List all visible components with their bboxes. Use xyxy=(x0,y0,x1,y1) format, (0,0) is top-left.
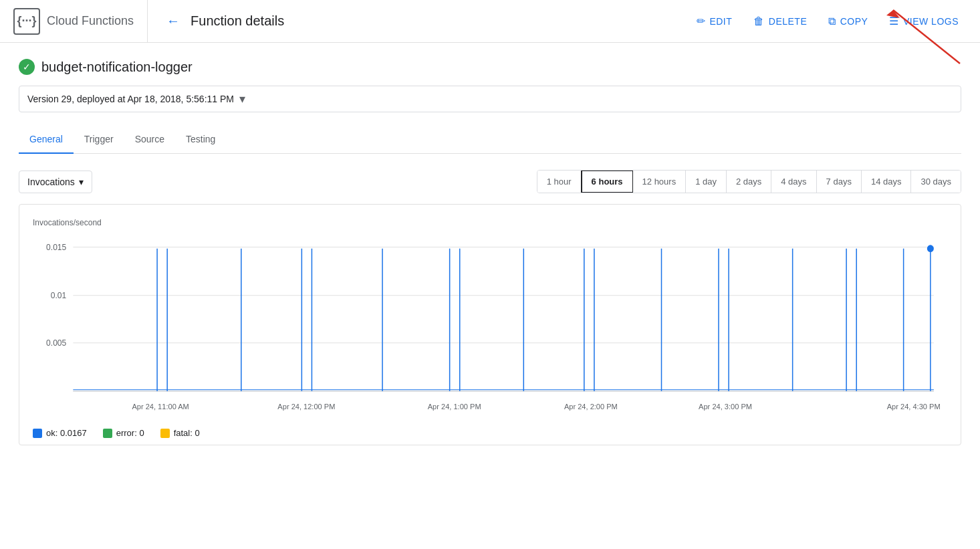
legend-error-label: error: 0 xyxy=(116,428,144,438)
y-axis-label: Invocations/second xyxy=(33,218,947,227)
svg-text:0.01: 0.01 xyxy=(51,291,67,300)
function-header: ✓ budget-notification-logger xyxy=(19,59,961,75)
chart-section: Invocations ▾ 1 hour 6 hours 12 hours 1 … xyxy=(19,170,961,445)
metric-label: Invocations xyxy=(27,177,75,187)
svg-text:Apr 24, 11:00 AM: Apr 24, 11:00 AM xyxy=(132,403,189,411)
tab-general[interactable]: General xyxy=(19,126,74,154)
tab-bar: General Trigger Source Testing xyxy=(19,126,961,154)
legend-ok-label: ok: 0.0167 xyxy=(46,428,87,438)
svg-text:Apr 24, 4:30 PM: Apr 24, 4:30 PM xyxy=(887,403,941,411)
main-content: ✓ budget-notification-logger Version 29,… xyxy=(0,43,980,461)
view-logs-icon: ☰ xyxy=(889,15,899,27)
svg-point-29 xyxy=(927,245,934,252)
legend-error: error: 0 xyxy=(103,428,144,438)
time-btn-14days[interactable]: 14 days xyxy=(862,171,912,193)
svg-text:0.005: 0.005 xyxy=(46,338,66,348)
time-btn-1hour[interactable]: 1 hour xyxy=(537,171,582,193)
time-btn-30days[interactable]: 30 days xyxy=(911,171,961,193)
version-dropdown[interactable]: Version 29, deployed at Apr 18, 2018, 5:… xyxy=(19,86,961,112)
svg-text:Apr 24, 1:00 PM: Apr 24, 1:00 PM xyxy=(428,403,481,411)
time-btn-7days[interactable]: 7 days xyxy=(817,171,862,193)
legend-ok: ok: 0.0167 xyxy=(33,428,87,438)
metric-chevron-icon: ▾ xyxy=(79,177,84,187)
header-actions: ✏ EDIT 🗑 DELETE ⧉ COPY ☰ VIEW LOGS xyxy=(689,9,967,33)
edit-icon: ✏ xyxy=(697,15,706,27)
copy-button[interactable]: ⧉ COPY xyxy=(820,10,876,33)
copy-icon: ⧉ xyxy=(828,15,836,27)
header-nav: ← Function details xyxy=(148,11,689,31)
time-btn-1day[interactable]: 1 day xyxy=(686,171,727,193)
function-name: budget-notification-logger xyxy=(41,60,193,75)
legend-fatal-label: fatal: 0 xyxy=(174,428,200,438)
legend-fatal: fatal: 0 xyxy=(160,428,200,438)
svg-text:Apr 24, 2:00 PM: Apr 24, 2:00 PM xyxy=(564,403,618,411)
time-range-buttons: 1 hour 6 hours 12 hours 1 day 2 days 4 d… xyxy=(537,170,961,193)
back-button[interactable]: ← xyxy=(161,11,185,31)
tab-trigger[interactable]: Trigger xyxy=(74,126,124,154)
metric-dropdown[interactable]: Invocations ▾ xyxy=(19,171,92,193)
logo-icon: {···} xyxy=(13,8,40,35)
app-name: Cloud Functions xyxy=(47,14,134,28)
chart-svg: 0.015 0.01 0.005 xyxy=(33,233,947,420)
svg-text:Apr 24, 3:00 PM: Apr 24, 3:00 PM xyxy=(699,403,752,411)
tab-source[interactable]: Source xyxy=(124,126,175,154)
legend-error-box xyxy=(103,429,112,438)
chart-controls: Invocations ▾ 1 hour 6 hours 12 hours 1 … xyxy=(19,170,961,193)
delete-button[interactable]: 🗑 DELETE xyxy=(745,10,815,33)
svg-text:Apr 24, 12:00 PM: Apr 24, 12:00 PM xyxy=(277,403,335,411)
time-btn-6hours[interactable]: 6 hours xyxy=(581,170,634,193)
chart-container: Invocations/second 0.015 0.01 0.005 xyxy=(19,204,961,445)
legend-ok-box xyxy=(33,429,42,438)
status-icon: ✓ xyxy=(19,59,35,75)
app-logo: {···} Cloud Functions xyxy=(13,0,148,42)
time-btn-2days[interactable]: 2 days xyxy=(727,171,771,193)
view-logs-button[interactable]: ☰ VIEW LOGS xyxy=(881,9,967,33)
chart-area: 0.015 0.01 0.005 xyxy=(33,233,947,420)
svg-text:0.015: 0.015 xyxy=(46,242,66,251)
tab-testing[interactable]: Testing xyxy=(175,126,226,154)
delete-icon: 🗑 xyxy=(753,15,765,27)
page-title: Function details xyxy=(191,13,284,29)
chart-legend: ok: 0.0167 error: 0 fatal: 0 xyxy=(33,428,947,438)
chevron-down-icon: ▾ xyxy=(239,92,245,106)
edit-button[interactable]: ✏ EDIT xyxy=(689,9,740,33)
legend-fatal-box xyxy=(160,429,170,438)
time-btn-4days[interactable]: 4 days xyxy=(771,171,816,193)
time-btn-12hours[interactable]: 12 hours xyxy=(633,171,687,193)
version-label: Version 29, deployed at Apr 18, 2018, 5:… xyxy=(27,94,234,104)
app-header: {···} Cloud Functions ← Function details… xyxy=(0,0,980,43)
